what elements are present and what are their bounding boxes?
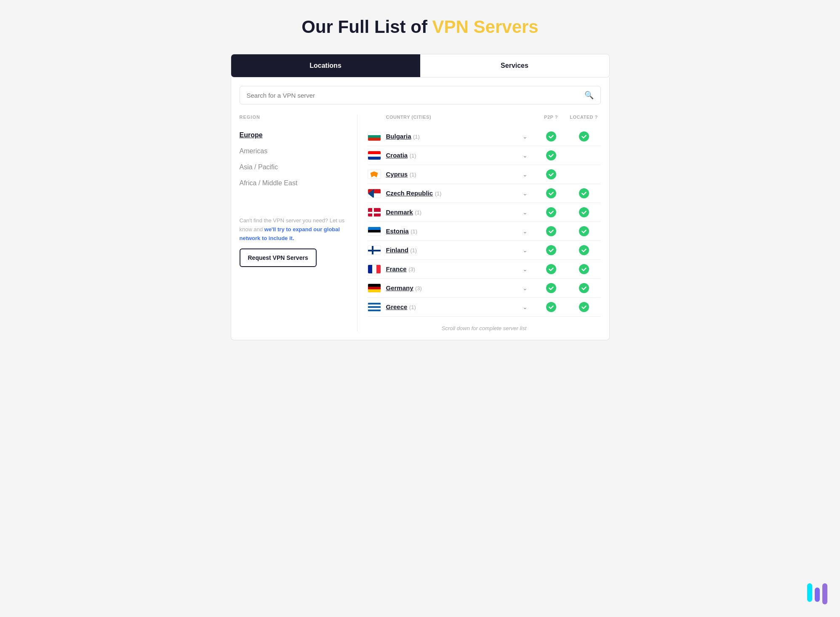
expand-icon[interactable]: ⌄ bbox=[523, 171, 535, 178]
located-empty bbox=[567, 150, 577, 160]
country-name[interactable]: Finland (1) bbox=[386, 246, 519, 254]
sidebar-item-asia[interactable]: Asia / Pacific bbox=[240, 159, 349, 175]
table-row: Cyprus (1) ⌄ bbox=[368, 165, 601, 184]
located-check bbox=[579, 226, 589, 236]
logo-bar-1 bbox=[807, 583, 812, 602]
expand-icon[interactable]: ⌄ bbox=[523, 247, 535, 254]
p2p-check bbox=[546, 245, 556, 255]
sidebar-item-africa[interactable]: Africa / Middle East bbox=[240, 175, 349, 191]
country-name[interactable]: France (3) bbox=[386, 265, 519, 273]
located-check bbox=[579, 131, 589, 142]
search-input[interactable] bbox=[247, 92, 584, 99]
main-container: Locations Services 🔍 REGION Europe Ameri… bbox=[231, 54, 610, 340]
logo-bar-3 bbox=[822, 583, 827, 604]
sidebar-footer: Can't find the VPN server you need? Let … bbox=[240, 216, 349, 267]
col-country: COUNTRY (CITIES) bbox=[386, 115, 519, 120]
p2p-check bbox=[546, 150, 556, 160]
table-row: Czech Republic (1) ⌄ bbox=[368, 184, 601, 203]
tabs: Locations Services bbox=[231, 54, 610, 77]
located-check bbox=[579, 283, 589, 293]
table-row: Greece (1) ⌄ bbox=[368, 298, 601, 317]
table-row: Germany (3) ⌄ bbox=[368, 279, 601, 298]
request-vpn-button[interactable]: Request VPN Servers bbox=[240, 248, 317, 267]
p2p-check bbox=[546, 226, 556, 236]
expand-icon[interactable]: ⌄ bbox=[523, 266, 535, 272]
located-check bbox=[579, 302, 589, 312]
flag-denmark bbox=[368, 208, 381, 217]
p2p-check bbox=[546, 207, 556, 217]
page-title: Our Full List of VPN Servers bbox=[301, 17, 538, 37]
title-prefix: Our Full List of bbox=[301, 17, 432, 37]
table-row: France (3) ⌄ bbox=[368, 260, 601, 279]
flag-greece bbox=[368, 302, 381, 312]
table-row: Finland (1) ⌄ bbox=[368, 241, 601, 260]
scroll-note: Scroll down for complete server list bbox=[368, 325, 601, 331]
tab-locations[interactable]: Locations bbox=[231, 54, 420, 77]
table-header: COUNTRY (CITIES) P2P ? LOCATED ? bbox=[368, 115, 601, 124]
expand-icon[interactable]: ⌄ bbox=[523, 152, 535, 159]
flag-france bbox=[368, 264, 381, 274]
flag-finland bbox=[368, 246, 381, 255]
sidebar-item-americas[interactable]: Americas bbox=[240, 143, 349, 159]
flag-croatia bbox=[368, 151, 381, 160]
country-name[interactable]: Czech Republic (1) bbox=[386, 190, 519, 197]
flag-cyprus bbox=[368, 170, 381, 179]
country-name[interactable]: Bulgaria (1) bbox=[386, 133, 519, 140]
p2p-check bbox=[546, 131, 556, 142]
located-empty bbox=[567, 169, 577, 179]
flag-czech bbox=[368, 189, 381, 198]
country-name[interactable]: Germany (3) bbox=[386, 284, 519, 292]
expand-icon[interactable]: ⌄ bbox=[523, 133, 535, 140]
country-name[interactable]: Croatia (1) bbox=[386, 152, 519, 159]
located-check bbox=[579, 188, 589, 198]
table-row: Croatia (1) ⌄ bbox=[368, 146, 601, 165]
country-name[interactable]: Greece (1) bbox=[386, 303, 519, 311]
search-icon: 🔍 bbox=[584, 91, 594, 100]
flag-bulgaria bbox=[368, 132, 381, 141]
flag-germany bbox=[368, 283, 381, 293]
sidebar: REGION Europe Americas Asia / Pacific Af… bbox=[240, 115, 357, 331]
expand-icon[interactable]: ⌄ bbox=[523, 190, 535, 197]
p2p-check bbox=[546, 302, 556, 312]
bottom-logo bbox=[807, 583, 827, 604]
sidebar-item-europe[interactable]: Europe bbox=[240, 127, 349, 143]
search-bar: 🔍 bbox=[240, 86, 601, 104]
tab-services[interactable]: Services bbox=[420, 54, 609, 77]
expand-icon[interactable]: ⌄ bbox=[523, 285, 535, 291]
table-area: COUNTRY (CITIES) P2P ? LOCATED ? Bulgari… bbox=[357, 115, 601, 331]
expand-icon[interactable]: ⌄ bbox=[523, 304, 535, 310]
p2p-check bbox=[546, 264, 556, 274]
table-row: Bulgaria (1) ⌄ bbox=[368, 127, 601, 146]
title-highlight: VPN Servers bbox=[432, 17, 539, 37]
table-row: Denmark (1) ⌄ bbox=[368, 203, 601, 222]
p2p-check bbox=[546, 283, 556, 293]
p2p-check bbox=[546, 188, 556, 198]
table-row: Estonia (1) ⌄ bbox=[368, 222, 601, 241]
logo-bar-2 bbox=[815, 588, 820, 602]
located-check bbox=[579, 264, 589, 274]
country-name[interactable]: Cyprus (1) bbox=[386, 171, 519, 178]
country-name[interactable]: Estonia (1) bbox=[386, 227, 519, 235]
col-located: LOCATED ? bbox=[567, 115, 601, 120]
expand-icon[interactable]: ⌄ bbox=[523, 228, 535, 235]
expand-icon[interactable]: ⌄ bbox=[523, 209, 535, 216]
located-check bbox=[579, 245, 589, 255]
content-box: 🔍 REGION Europe Americas Asia / Pacific … bbox=[231, 77, 610, 340]
flag-estonia bbox=[368, 227, 381, 236]
located-check bbox=[579, 207, 589, 217]
region-label: REGION bbox=[240, 115, 349, 120]
layout: REGION Europe Americas Asia / Pacific Af… bbox=[240, 115, 601, 331]
p2p-check bbox=[546, 169, 556, 179]
country-name[interactable]: Denmark (1) bbox=[386, 208, 519, 216]
col-p2p: P2P ? bbox=[539, 115, 564, 120]
